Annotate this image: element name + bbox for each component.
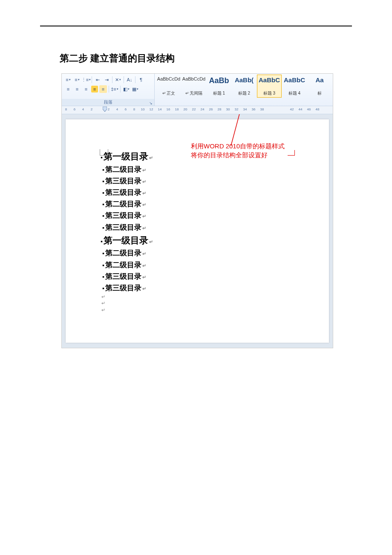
svg-line-1 [231,114,244,146]
style-preview: AaBb( [235,77,254,83]
style-item-0[interactable]: AaBbCcDd↵ 正文 [156,75,181,98]
ruler-number: 28 [218,107,222,111]
word-screenshot: ≡ ≡ ⋮≡ ⇤ ⇥ ✕ A↓ ¶ ≡ ≡ ≡ ≡ [61,73,333,348]
horizontal-ruler[interactable]: 8642246810121416182022242628303234363842… [62,106,333,114]
outline-item-text: 第二级目录 [105,164,141,175]
bullet-list-icon[interactable]: ≡ [64,76,72,84]
align-center-icon[interactable]: ≡ [73,85,81,93]
borders-icon[interactable]: ▦ [131,85,139,93]
style-preview: AaBbC [284,77,305,83]
outline-item-text: 第三级目录 [105,222,141,233]
style-label: 标 [317,90,322,96]
style-item-4[interactable]: AaBbC标题 3 [257,75,282,98]
page-top-rule [40,26,352,26]
number-list-icon[interactable]: ≡ [73,76,81,84]
bullet-icon: ▪ [102,272,104,281]
style-preview: AaBbC [259,77,280,83]
paragraph-mark: ↵ [149,154,153,162]
sort-icon[interactable]: A↓ [126,76,133,84]
style-item-6[interactable]: Aa标 [307,75,332,98]
svg-marker-0 [103,107,107,112]
paragraph-mark: ↵ [142,274,146,281]
decrease-indent-icon[interactable]: ⇤ [94,76,101,84]
ruler-number: 30 [226,107,230,111]
outline-item[interactable]: ▪第三级目录↵ [102,175,329,187]
align-distribute-icon[interactable]: ≡ [99,85,107,93]
separator [124,76,124,83]
ruler-number: 8 [133,107,135,111]
ruler-number: 12 [150,107,153,111]
paragraph-mark: ↵ [142,213,146,220]
paragraph-mark: ↵ [149,238,153,246]
outline-item[interactable]: ▪第三级目录↵ [102,271,329,282]
bullet-icon: ▪ [102,165,104,174]
shading-icon[interactable]: ◧ [122,85,130,93]
annotation-text: 利用WORD 2010自带的标题样式 将你的目录结构全部设置好 [191,142,285,159]
outline-item-text: 第三级目录 [105,210,141,221]
outline-item-text: 第三级目录 [105,175,141,187]
ruler-number: 4 [82,107,84,111]
document-area: 利用WORD 2010自带的标题样式 将你的目录结构全部设置好 ▪第一级目录↵▪… [62,114,333,348]
style-preview: AaBb [209,77,229,84]
bullet-icon: ▪ [102,199,104,209]
outline-item[interactable]: ▪第二级目录↵ [102,198,329,210]
outline-item[interactable]: ▪第三级目录↵ [102,282,329,294]
outline-item[interactable]: ▪第二级目录↵ [102,259,329,271]
paragraph-group-label-text: 段落 [104,100,112,104]
increase-indent-icon[interactable]: ⇥ [103,76,110,84]
ruler-number: 18 [175,107,179,111]
ruler-number: 6 [125,107,127,111]
separator [120,86,121,92]
outline-item-text: 第二级目录 [105,259,141,271]
bullet-icon: ▪ [102,283,104,293]
ruler-number: 44 [299,107,303,111]
style-item-3[interactable]: AaBb(标题 2 [232,75,257,98]
outline-item[interactable]: ▪第二级目录↵ [102,164,329,175]
outline-item[interactable]: ▪第一级目录↵ [101,233,329,248]
paragraph-mark: ↵ [142,262,146,270]
style-preview: AaBbCcDd [157,77,180,81]
outline-item[interactable]: ▪第三级目录↵ [102,222,329,233]
dialog-launcher-icon[interactable]: ↘ [149,100,153,104]
align-left-icon[interactable]: ≡ [64,85,72,93]
bullet-icon: ▪ [102,223,104,232]
ruler-number: 46 [307,107,311,111]
align-justify-icon[interactable]: ≡ [91,86,98,92]
show-marks-icon[interactable]: ¶ [137,76,145,84]
asian-layout-icon[interactable]: ✕ [114,76,122,84]
style-label: 标题 1 [213,90,225,96]
bullet-icon: ▪ [102,188,104,197]
style-label: 标题 2 [238,90,250,96]
paragraph-group: ≡ ≡ ⋮≡ ⇤ ⇥ ✕ A↓ ¶ ≡ ≡ ≡ ≡ [62,74,155,106]
separator [92,76,92,83]
styles-gallery: AaBbCcDd↵ 正文AaBbCcDd↵ 无间隔AaBb标题 1AaBb(标题… [155,74,333,106]
paragraph-mark: ↵ [142,167,146,174]
ruler-number: 2 [108,107,110,111]
style-item-2[interactable]: AaBb标题 1 [207,75,231,98]
indent-marker-icon[interactable] [103,107,107,113]
ruler-number: 2 [91,107,92,111]
outline-item[interactable]: ▪第二级目录↵ [102,247,329,259]
paragraph-mark: ↵ [142,225,146,232]
paragraph-mark: ↵ [142,201,146,209]
style-item-5[interactable]: AaBbC标题 4 [282,75,307,98]
ruler-number: 38 [260,107,264,111]
ruler-number: 6 [74,107,75,111]
style-item-1[interactable]: AaBbCcDd↵ 无间隔 [182,75,206,98]
outline-item-text: 第二级目录 [105,247,141,259]
outline-item-text: 第三级目录 [105,271,141,282]
ruler-number: 34 [243,107,247,111]
bullet-icon: ▪ [102,249,104,258]
multilevel-list-icon[interactable]: ⋮≡ [82,76,90,84]
ruler-number: 22 [192,107,196,111]
outline-item-text: 第三级目录 [105,187,141,198]
paper-page[interactable]: 利用WORD 2010自带的标题样式 将你的目录结构全部设置好 ▪第一级目录↵▪… [66,119,329,343]
line-spacing-icon[interactable]: ‡≡ [111,85,118,93]
outline-item[interactable]: ▪第三级目录↵ [102,187,329,198]
paragraph-group-label: 段落 ↘ [62,99,154,106]
outline-list: ▪第一级目录↵▪第二级目录↵▪第三级目录↵▪第三级目录↵▪第二级目录↵▪第三级目… [101,149,329,294]
ruler-number: 24 [201,107,205,111]
outline-item[interactable]: ▪第三级目录↵ [102,210,329,221]
align-right-icon[interactable]: ≡ [82,85,90,93]
style-label: 标题 4 [288,90,300,96]
